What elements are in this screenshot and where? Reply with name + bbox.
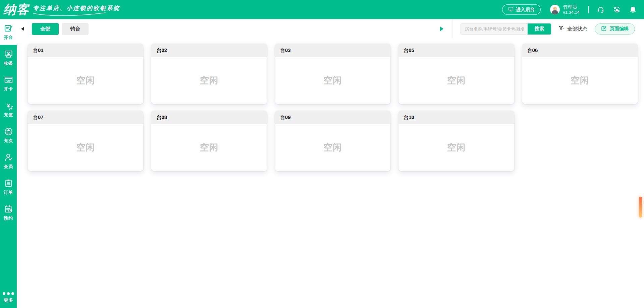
table-name: 台10 [398,111,514,124]
table-card[interactable]: 台05空闲 [398,44,514,104]
sidebar-item-label: 订单 [4,189,13,195]
table-name: 台05 [398,44,514,57]
page-edit-label: 页面编辑 [610,26,629,32]
more-label: 更多 [4,297,13,303]
sidebar-nav: 开台收银VIP开卡充值充次会员订单预约 [0,19,17,226]
table-name: 台01 [28,44,143,57]
table-card[interactable]: 台10空闲 [398,111,514,171]
recharge-icon [4,101,13,110]
sidebar-item-member[interactable]: 会员 [0,148,17,174]
table-card[interactable]: 台03空闲 [275,44,390,104]
filter-funnel-icon [558,25,565,32]
table-status: 空闲 [447,74,466,86]
user-info[interactable]: 管理员 v1.34.14 [550,5,580,15]
sidebar-item-label: 预约 [4,215,13,221]
notification-bell-icon[interactable] [629,6,637,13]
tab-group-1[interactable]: 钓台 [62,23,89,35]
sidebar-item-more[interactable]: 更多 [0,292,17,303]
status-filter-dropdown[interactable]: 全部状态 [558,25,587,32]
table-status: 空闲 [200,74,219,86]
brand-logo: 纳客 [3,1,30,18]
monitor-icon [508,7,514,13]
table-name: 台08 [151,111,267,124]
app-version: v1.34.14 [563,10,580,15]
orders-icon [4,179,13,188]
scroll-tabs-right-button[interactable] [437,26,446,32]
sidebar-item-label: 开卡 [4,86,13,92]
table-status: 空闲 [571,74,589,86]
toolbar-divider [452,19,452,39]
table-card[interactable]: 台07空闲 [28,111,143,171]
table-card-grid: 台01空闲台02空闲台03空闲台05空闲台06空闲台07空闲台08空闲台09空闲… [28,44,638,171]
sidebar-item-label: 收银 [4,60,13,66]
table-status: 空闲 [76,141,95,153]
table-name: 台02 [151,44,267,57]
vip-card-icon: VIP [4,75,13,84]
table-name: 台07 [28,111,143,124]
topbar: 纳客 专注单店、小连锁的收银系统 进入后台 [0,0,644,19]
cashier-icon [4,50,13,59]
sidebar: 开台收银VIP开卡充值充次会员订单预约 更多 [0,19,17,308]
search-input[interactable] [461,23,528,35]
brand-tagline: 专注单店、小连锁的收银系统 [33,5,120,11]
svg-text:VIP: VIP [6,79,11,82]
topbar-divider [588,6,589,13]
search-group: 搜索 [461,23,551,35]
sidebar-item-cashier[interactable]: 收银 [0,45,17,71]
member-icon [4,153,13,162]
app-root: 纳客 专注单店、小连锁的收银系统 进入后台 [0,0,644,308]
recharge-times-icon [4,127,13,136]
enter-backstage-button[interactable]: 进入后台 [502,4,541,15]
edit-pencil-icon [601,25,607,32]
floating-scroll-handle[interactable] [639,197,642,218]
more-dots-icon [3,292,14,295]
toolbar: 全部钓台 搜索 全部状态 [17,19,644,39]
page-edit-button[interactable]: 页面编辑 [595,23,635,35]
topbar-right: 进入后台 管理员 v1.34.14 [502,4,644,15]
table-card[interactable]: 台01空闲 [28,44,143,104]
brand-swoosh-line [33,12,106,17]
open-table-icon [4,24,13,33]
cloud-sync-icon[interactable] [613,6,621,13]
sidebar-item-open-table[interactable]: 开台 [0,19,17,45]
sidebar-item-recharge[interactable]: 充值 [0,97,17,122]
reservation-icon [4,204,13,213]
sidebar-item-label: 开台 [4,35,13,41]
sidebar-item-vip-card[interactable]: VIP开卡 [0,71,17,97]
status-filter-label: 全部状态 [567,26,587,32]
table-name: 台06 [522,44,638,57]
sidebar-item-reservation[interactable]: 预约 [0,200,17,226]
sidebar-item-orders[interactable]: 订单 [0,174,17,200]
table-status: 空闲 [76,74,95,86]
table-status: 空闲 [447,141,466,153]
table-status: 空闲 [323,141,342,153]
sidebar-item-label: 充值 [4,112,13,118]
sidebar-item-label: 会员 [4,164,13,170]
table-name: 台03 [275,44,390,57]
tab-all[interactable]: 全部 [32,23,59,35]
customer-service-icon[interactable] [597,6,604,13]
table-name: 台09 [275,111,390,124]
table-card[interactable]: 台09空闲 [275,111,390,171]
table-status: 空闲 [323,74,342,86]
avatar [550,5,560,14]
brand: 纳客 专注单店、小连锁的收银系统 [0,1,120,18]
table-card[interactable]: 台02空闲 [151,44,267,104]
scroll-tabs-left-button[interactable] [18,26,27,31]
table-card[interactable]: 台06空闲 [522,44,638,104]
category-tabs: 全部钓台 [32,23,89,35]
table-card[interactable]: 台08空闲 [151,111,267,171]
sidebar-item-recharge-times[interactable]: 充次 [0,122,17,148]
sidebar-item-label: 充次 [4,138,13,144]
search-button[interactable]: 搜索 [528,23,551,35]
user-name: 管理员 [563,5,580,10]
enter-backstage-label: 进入后台 [516,7,535,13]
table-status: 空闲 [200,141,219,153]
